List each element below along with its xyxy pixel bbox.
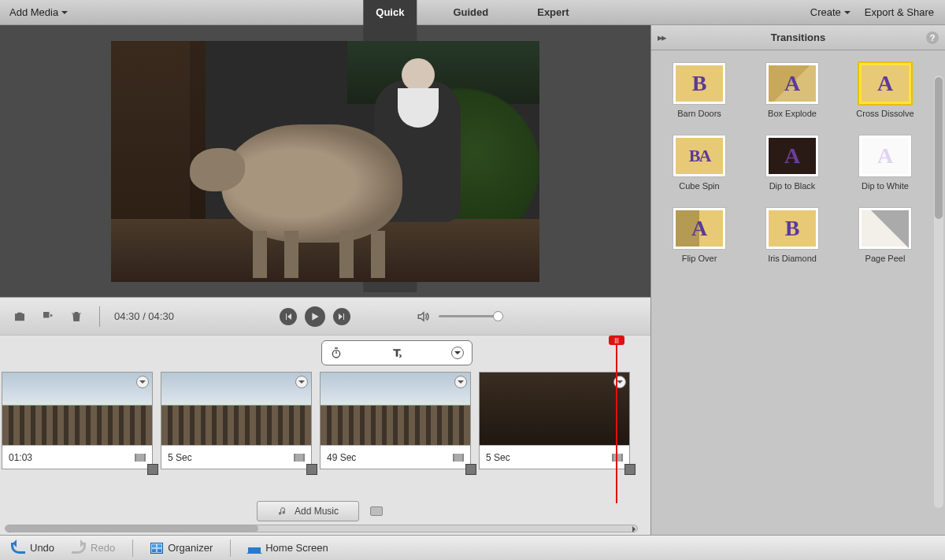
- timecode-display: 04:30 / 04:30: [114, 310, 174, 322]
- help-button[interactable]: ?: [926, 32, 939, 44]
- music-note-icon: [277, 506, 288, 517]
- transition-label: Cube Spin: [662, 181, 736, 191]
- clip-thumbnail: [2, 373, 152, 445]
- clip-thumbnail: [480, 373, 629, 445]
- transition-slot[interactable]: [624, 464, 636, 475]
- text-icon: [391, 347, 403, 359]
- stopwatch-icon: [330, 347, 343, 359]
- transition-item[interactable]: AFlip Over: [662, 208, 736, 263]
- home-icon: [248, 543, 261, 554]
- transition-thumbnail: [859, 208, 911, 249]
- divider: [132, 540, 133, 557]
- clip-menu-button[interactable]: [454, 376, 467, 388]
- divider: [230, 540, 231, 557]
- transition-item[interactable]: BACube Spin: [662, 135, 736, 191]
- add-music-button[interactable]: Add Music: [257, 501, 359, 521]
- organizer-button[interactable]: Organizer: [150, 542, 213, 554]
- timeline[interactable]: 01:035 Sec49 Sec5 Sec Add Music: [0, 335, 650, 535]
- add-music-label: Add Music: [295, 506, 339, 517]
- preview-frame[interactable]: [111, 41, 539, 282]
- clip-duration-label: 49 Sec: [327, 452, 356, 463]
- film-icon: [453, 454, 464, 462]
- horizontal-scrollbar[interactable]: [5, 525, 638, 532]
- clip-duration-row: 01:03: [2, 445, 152, 469]
- transition-slot[interactable]: [306, 464, 317, 475]
- transition-thumbnail: B: [766, 208, 818, 249]
- clip-menu-button[interactable]: [136, 376, 149, 388]
- caret-down-icon: [454, 351, 461, 358]
- transition-label: Dip to Black: [755, 181, 829, 191]
- clip-menu-button[interactable]: [613, 376, 626, 388]
- timeline-clip[interactable]: 5 Sec: [161, 372, 312, 469]
- play-icon: [310, 312, 320, 321]
- film-icon: [294, 454, 305, 462]
- transition-slot[interactable]: [147, 464, 158, 475]
- add-media-menu[interactable]: Add Media: [0, 6, 68, 18]
- transition-thumbnail: B: [673, 63, 725, 104]
- snapshot-button[interactable]: [11, 308, 28, 325]
- step-back-icon: [284, 313, 292, 321]
- film-icon: [612, 454, 623, 462]
- scrollbar-thumb[interactable]: [935, 77, 943, 219]
- vertical-scrollbar[interactable]: [934, 76, 943, 508]
- title-button[interactable]: [391, 347, 403, 359]
- clip-duration-label: 01:03: [9, 452, 32, 463]
- redo-icon: [72, 543, 86, 554]
- transition-label: Dip to White: [848, 181, 922, 191]
- play-button[interactable]: [305, 306, 325, 327]
- transition-thumbnail: A: [673, 208, 725, 249]
- volume-icon[interactable]: [417, 310, 431, 324]
- caret-down-icon: [844, 11, 850, 17]
- delete-button[interactable]: [68, 308, 85, 325]
- rotate-button[interactable]: [39, 308, 57, 325]
- time-stretch-button[interactable]: [330, 347, 343, 359]
- clip-duration-label: 5 Sec: [486, 452, 510, 463]
- step-forward-button[interactable]: [333, 308, 350, 325]
- transition-item[interactable]: BIris Diamond: [755, 208, 829, 263]
- undo-icon: [11, 543, 25, 554]
- transition-item[interactable]: ADip to White: [848, 135, 922, 191]
- transition-thumbnail: BA: [673, 135, 725, 176]
- export-share-button[interactable]: Export & Share: [865, 6, 934, 18]
- timeline-clip[interactable]: 49 Sec: [320, 372, 471, 469]
- undo-button[interactable]: Undo: [11, 542, 54, 554]
- transition-label: Barn Doors: [662, 109, 736, 118]
- scrollbar-thumb[interactable]: [6, 525, 258, 532]
- camera-icon: [13, 310, 27, 324]
- transition-thumbnail: A: [859, 63, 911, 104]
- transition-item[interactable]: ABox Explode: [755, 63, 829, 118]
- organizer-icon: [150, 543, 163, 554]
- slider-thumb[interactable]: [493, 311, 503, 321]
- clip-duration-label: 5 Sec: [168, 452, 192, 463]
- redo-button[interactable]: Redo: [72, 542, 115, 554]
- clip-menu-button[interactable]: [295, 376, 308, 388]
- trash-icon: [69, 310, 83, 324]
- transition-item[interactable]: BBarn Doors: [662, 63, 736, 118]
- timeline-clip[interactable]: 01:03: [2, 372, 153, 469]
- scroll-right-button[interactable]: [631, 525, 640, 534]
- clip-tools-popup: [321, 340, 472, 365]
- film-icon: [135, 454, 146, 462]
- volume-slider[interactable]: [439, 315, 498, 317]
- transition-item[interactable]: Page Peel: [848, 208, 922, 263]
- clip-thumbnail: [321, 373, 470, 445]
- transition-item[interactable]: ADip to Black: [755, 135, 829, 191]
- clip-more-button[interactable]: [451, 347, 464, 359]
- transition-label: Cross Dissolve: [848, 109, 922, 118]
- clip-thumbnail: [161, 373, 311, 445]
- collapse-panel-button[interactable]: ▸▸: [658, 32, 665, 43]
- playback-controls: 04:30 / 04:30: [0, 297, 650, 335]
- transition-item[interactable]: ACross Dissolve: [848, 63, 922, 118]
- transition-slot[interactable]: [465, 464, 476, 475]
- browse-music-button[interactable]: [370, 506, 383, 516]
- step-back-button[interactable]: [280, 308, 297, 325]
- add-media-label: Add Media: [9, 6, 58, 18]
- transition-thumbnail: A: [766, 135, 818, 176]
- divider: [99, 306, 100, 327]
- timeline-clip[interactable]: 5 Sec: [479, 372, 630, 469]
- create-menu[interactable]: Create: [810, 6, 850, 18]
- bottom-toolbar: Undo Redo Organizer Home Screen: [0, 535, 945, 560]
- caret-down-icon: [61, 11, 68, 17]
- transition-label: Flip Over: [662, 254, 736, 263]
- home-screen-button[interactable]: Home Screen: [248, 542, 328, 554]
